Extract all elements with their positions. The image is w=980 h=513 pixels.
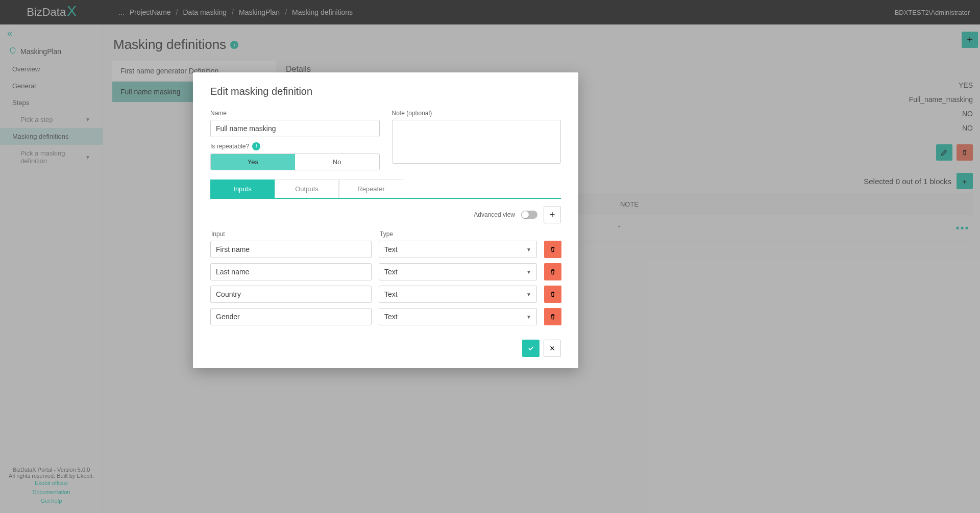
select-value: Text bbox=[384, 313, 398, 321]
input-name-field[interactable] bbox=[210, 241, 372, 258]
input-type-select[interactable]: Text▼ bbox=[379, 286, 537, 303]
delete-input-button[interactable] bbox=[544, 308, 561, 325]
input-type-select[interactable]: Text▼ bbox=[379, 241, 537, 258]
confirm-button[interactable] bbox=[522, 340, 540, 357]
cancel-button[interactable] bbox=[544, 340, 561, 357]
input-type-select[interactable]: Text▼ bbox=[379, 263, 537, 280]
caret-down-icon: ▼ bbox=[526, 269, 531, 275]
repeatable-toggle: Yes No bbox=[210, 153, 380, 170]
type-column-header: Type bbox=[380, 230, 393, 238]
caret-down-icon: ▼ bbox=[526, 292, 531, 297]
edit-masking-definition-modal: Edit masking definition Name Is repeatab… bbox=[193, 72, 578, 368]
delete-input-button[interactable] bbox=[544, 286, 561, 303]
note-label: Note (optional) bbox=[392, 110, 561, 117]
modal-tabs: Inputs Outputs Repeater bbox=[210, 179, 561, 199]
repeatable-no[interactable]: No bbox=[295, 154, 379, 170]
modal-title: Edit masking definition bbox=[210, 86, 561, 97]
select-value: Text bbox=[384, 245, 398, 253]
input-row: Text▼ bbox=[210, 241, 561, 258]
tab-repeater[interactable]: Repeater bbox=[339, 179, 403, 198]
add-input-button[interactable]: + bbox=[544, 206, 561, 223]
tab-outputs[interactable]: Outputs bbox=[275, 179, 339, 198]
name-input[interactable] bbox=[210, 120, 380, 137]
input-row: Text▼ bbox=[210, 286, 561, 303]
select-value: Text bbox=[384, 268, 398, 276]
caret-down-icon: ▼ bbox=[526, 314, 531, 320]
advanced-view-label: Advanced view bbox=[474, 211, 515, 218]
input-row: Text▼ bbox=[210, 263, 561, 280]
repeatable-label: Is repeatable? bbox=[210, 143, 249, 150]
input-name-field[interactable] bbox=[210, 286, 372, 303]
tab-inputs[interactable]: Inputs bbox=[210, 179, 275, 198]
input-row: Text▼ bbox=[210, 308, 561, 325]
delete-input-button[interactable] bbox=[544, 263, 561, 280]
input-column-header: Input bbox=[211, 230, 373, 238]
name-label: Name bbox=[210, 110, 380, 117]
advanced-view-toggle[interactable] bbox=[521, 211, 537, 219]
delete-input-button[interactable] bbox=[544, 241, 561, 258]
note-input[interactable] bbox=[392, 120, 561, 164]
repeatable-yes[interactable]: Yes bbox=[211, 154, 295, 170]
caret-down-icon: ▼ bbox=[526, 247, 531, 252]
input-name-field[interactable] bbox=[210, 263, 372, 280]
select-value: Text bbox=[384, 290, 398, 298]
input-type-select[interactable]: Text▼ bbox=[379, 308, 537, 325]
input-name-field[interactable] bbox=[210, 308, 372, 325]
info-icon[interactable]: i bbox=[252, 142, 260, 150]
